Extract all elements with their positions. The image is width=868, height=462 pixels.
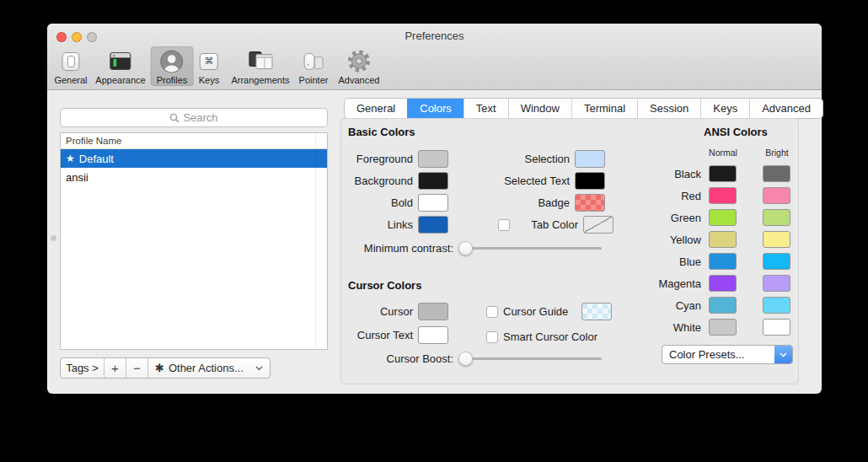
tab-color-checkbox[interactable] (498, 219, 510, 231)
ansi-blue-normal-well[interactable] (709, 253, 737, 270)
tab-text[interactable]: Text (463, 99, 508, 118)
ansi-normal-header: Normal (698, 148, 748, 158)
gear-icon (347, 48, 372, 74)
cursor-guide-checkbox[interactable] (486, 306, 498, 318)
ansi-white-normal-well[interactable] (709, 319, 737, 336)
ansi-black-bright-well[interactable] (763, 165, 790, 182)
ansi-white-bright-well[interactable] (763, 319, 790, 336)
tab-advanced[interactable]: Advanced (749, 99, 822, 118)
ansi-green-bright-well[interactable] (763, 209, 790, 226)
window-header: Preferences General × Appearance (47, 24, 822, 90)
tab-session[interactable]: Session (637, 99, 700, 118)
cursor-boost-slider[interactable] (458, 352, 602, 366)
toolbar-item-appearance[interactable]: × Appearance (89, 46, 151, 86)
other-actions-dropdown[interactable]: ✱ Other Actions... (148, 358, 270, 378)
chevron-down-icon (780, 352, 787, 357)
ansi-row-cyan: Cyan (624, 297, 790, 314)
search-placeholder: Search (183, 111, 217, 124)
bold-color-well[interactable] (418, 194, 448, 212)
ansi-black-normal-well[interactable] (709, 165, 737, 182)
toolbar-item-advanced[interactable]: Advanced (333, 46, 386, 86)
ansi-magenta-bright-well[interactable] (763, 275, 790, 292)
toolbar-item-profiles[interactable]: Profiles (151, 46, 194, 86)
profile-name: Default (79, 153, 114, 165)
ansi-row-yellow: Yellow (624, 231, 790, 248)
profile-list-header: Profile Name (61, 133, 327, 149)
profile-list: Profile Name ★ Default ansii (60, 132, 328, 350)
colors-panel: Basic Colors Foreground Background Bold … (340, 118, 799, 384)
minimum-contrast-slider[interactable] (458, 241, 602, 255)
slider-knob[interactable] (458, 352, 473, 366)
ansi-row-red: Red (624, 187, 790, 204)
search-input[interactable]: Search (60, 108, 328, 127)
profiles-person-icon (160, 48, 184, 74)
ansi-yellow-bright-well[interactable] (763, 231, 790, 248)
smart-cursor-color-label: Smart Cursor Color (503, 330, 597, 343)
cursor-guide-label: Cursor Guide (503, 305, 574, 318)
profile-tabs: General Colors Text Window Terminal Sess… (344, 98, 823, 119)
selected-text-label: Selected Text (468, 175, 570, 187)
toolbar-item-pointer[interactable]: Pointer (293, 46, 335, 86)
ansi-row-blue: Blue (624, 253, 790, 270)
cursor-boost-label: Cursor Boost: (341, 352, 453, 365)
badge-label: Badge (468, 196, 570, 209)
add-profile-button[interactable]: + (104, 358, 126, 378)
tab-terminal[interactable]: Terminal (571, 99, 637, 118)
profile-name: ansii (66, 171, 88, 184)
links-color-well[interactable] (418, 216, 448, 234)
profile-row-ansii[interactable]: ansii (61, 168, 327, 186)
selection-color-well[interactable] (575, 150, 605, 168)
smart-cursor-color-checkbox[interactable] (486, 331, 498, 343)
tab-general[interactable]: General (345, 99, 407, 118)
cursor-label: Cursor (341, 305, 413, 318)
toolbar-item-arrangements[interactable]: Arrangements (225, 46, 295, 86)
slider-knob[interactable] (458, 241, 473, 255)
window-title: Preferences (47, 30, 822, 42)
search-icon (169, 113, 179, 123)
selected-text-color-well[interactable] (575, 172, 605, 190)
star-icon: ★ (66, 153, 75, 164)
foreground-label: Foreground (341, 153, 413, 165)
appearance-window-icon: × (110, 48, 131, 74)
ansi-row-magenta: Magenta (624, 275, 790, 292)
remove-profile-button[interactable]: − (126, 358, 148, 378)
color-presets-dropdown[interactable]: Color Presets... (662, 345, 793, 364)
background-label: Background (341, 175, 413, 187)
ansi-red-normal-well[interactable] (709, 187, 737, 204)
chevron-down-icon (255, 366, 263, 371)
badge-color-well[interactable] (575, 194, 605, 212)
tab-color-label: Tab Color (515, 218, 578, 231)
toolbar-item-general[interactable]: General (48, 46, 93, 86)
tags-button[interactable]: Tags > (61, 358, 104, 378)
tab-window[interactable]: Window (508, 99, 571, 118)
ansi-row-white: White (624, 319, 790, 336)
background-color-well[interactable] (418, 172, 448, 190)
cursor-guide-color-well[interactable] (581, 303, 612, 320)
ansi-red-bright-well[interactable] (763, 187, 790, 204)
splitter-handle[interactable] (51, 235, 56, 241)
ansi-cyan-normal-well[interactable] (709, 297, 737, 314)
column-divider (315, 133, 316, 349)
cursor-color-well[interactable] (418, 303, 448, 320)
bold-label: Bold (341, 196, 413, 209)
tab-color-well[interactable] (583, 216, 613, 234)
ansi-green-normal-well[interactable] (709, 209, 737, 226)
gear-icon: ✱ (155, 362, 164, 374)
general-switch-icon (62, 48, 79, 74)
arrangements-windows-icon (248, 48, 273, 74)
profile-row-default[interactable]: ★ Default (61, 149, 327, 168)
tab-colors[interactable]: Colors (407, 99, 463, 118)
preferences-window: Preferences General × Appearance (47, 24, 822, 394)
toolbar-item-keys[interactable]: ⌘ Keys (193, 46, 225, 86)
ansi-cyan-bright-well[interactable] (763, 297, 790, 314)
ansi-bright-header: Bright (752, 148, 802, 158)
foreground-color-well[interactable] (418, 150, 448, 168)
ansi-magenta-normal-well[interactable] (709, 275, 737, 292)
profile-actions-bar: Tags > + − ✱ Other Actions... (60, 357, 271, 379)
basic-colors-title: Basic Colors (348, 126, 415, 138)
dropdown-arrow-button[interactable] (774, 346, 792, 363)
cursor-text-color-well[interactable] (418, 326, 448, 344)
ansi-yellow-normal-well[interactable] (709, 231, 737, 248)
tab-keys[interactable]: Keys (700, 99, 749, 118)
ansi-blue-bright-well[interactable] (763, 253, 790, 270)
